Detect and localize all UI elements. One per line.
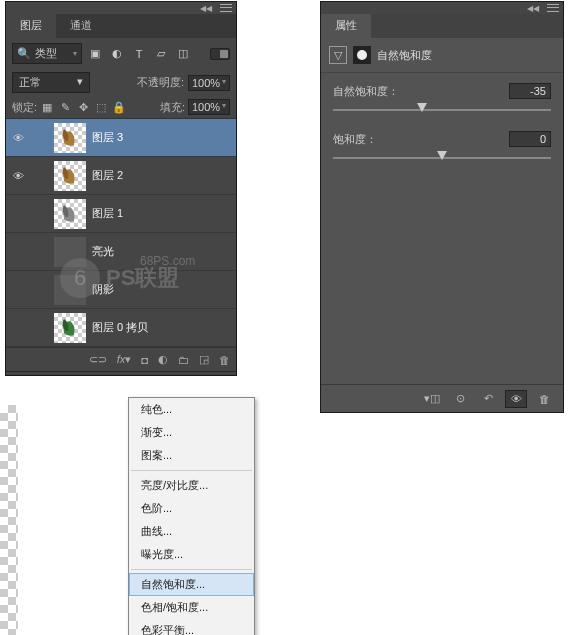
properties-header: ▽ 自然饱和度 <box>321 38 563 73</box>
vibrance-label: 自然饱和度： <box>333 84 399 99</box>
vibrance-slider[interactable] <box>333 103 551 117</box>
ctx-color-balance[interactable]: 色彩平衡... <box>129 619 254 635</box>
layer-thumbnail[interactable] <box>54 313 86 343</box>
lock-paint-icon[interactable]: ✎ <box>58 101 72 114</box>
group-icon[interactable]: 🗀 <box>178 354 189 366</box>
trash-icon[interactable]: 🗑 <box>219 354 230 366</box>
blend-opacity-row: 正常 ▾ 不透明度: 100% ▾ <box>6 69 236 96</box>
filter-smart-icon[interactable]: ◫ <box>174 46 192 62</box>
properties-panel: ◀◀ 属性 ▽ 自然饱和度 自然饱和度： -35 饱和度： 0 ▾◫ ⊙ ↶ <box>320 1 564 413</box>
tab-properties[interactable]: 属性 <box>321 14 371 38</box>
layer-thumbnail[interactable] <box>54 123 86 153</box>
new-layer-icon[interactable]: ◲ <box>199 353 209 366</box>
lock-icons: ▦ ✎ ✥ ⬚ 🔒 <box>40 101 126 114</box>
lock-position-icon[interactable]: ✥ <box>76 101 90 114</box>
layer-list: 👁 图层 3 👁 图层 2 图层 1 亮光 阴影 <box>6 119 236 347</box>
trash-icon[interactable]: 🗑 <box>533 390 555 408</box>
chevron-down-icon: ▾ <box>222 77 226 89</box>
reset-icon[interactable]: ↶ <box>477 390 499 408</box>
layer-thumbnail[interactable] <box>54 199 86 229</box>
ctx-separator <box>131 569 252 570</box>
saturation-slider[interactable] <box>333 151 551 165</box>
panel-menu-icon[interactable] <box>547 3 559 13</box>
layer-name: 图层 3 <box>92 130 123 145</box>
properties-title: 自然饱和度 <box>377 48 432 63</box>
clip-icon[interactable]: ▾◫ <box>421 390 443 408</box>
ctx-vibrance[interactable]: 自然饱和度... <box>129 573 254 596</box>
ctx-curves[interactable]: 曲线... <box>129 520 254 543</box>
layer-name: 图层 2 <box>92 168 123 183</box>
collapse-icon[interactable]: ◀◀ <box>527 4 539 13</box>
lock-transparency-icon[interactable]: ▦ <box>40 101 54 114</box>
layers-bottom-bar: ⊂⊃ fx▾ ◘ ◐ 🗀 ◲ 🗑 <box>6 347 236 371</box>
ctx-hue-saturation[interactable]: 色相/饱和度... <box>129 596 254 619</box>
layer-name: 阴影 <box>92 282 114 297</box>
opacity-input[interactable]: 100% ▾ <box>188 75 230 91</box>
layer-filter-row: 🔍 类型 ▾ ▣ ◐ T ▱ ◫ <box>6 38 236 69</box>
panel-resize-edge[interactable] <box>6 371 236 375</box>
chevron-down-icon: ▾ <box>222 101 226 113</box>
eye-icon[interactable]: 👁 <box>13 132 24 144</box>
blend-mode-dropdown[interactable]: 正常 ▾ <box>12 72 90 93</box>
ctx-brightness-contrast[interactable]: 亮度/对比度... <box>129 474 254 497</box>
saturation-value[interactable]: 0 <box>509 131 551 147</box>
panel-topbar: ◀◀ <box>321 2 563 14</box>
ctx-levels[interactable]: 色阶... <box>129 497 254 520</box>
layer-thumbnail[interactable] <box>54 161 86 191</box>
panel-topbar: ◀◀ <box>6 2 236 14</box>
filter-shape-icon[interactable]: ▱ <box>152 46 170 62</box>
filter-text-icon[interactable]: T <box>130 46 148 62</box>
tab-layers[interactable]: 图层 <box>6 14 56 38</box>
visibility-icon[interactable]: 👁 <box>505 390 527 408</box>
layer-row[interactable]: 👁 图层 3 <box>6 119 236 157</box>
layer-thumbnail[interactable] <box>54 275 86 305</box>
layer-row[interactable]: 👁 图层 2 <box>6 157 236 195</box>
layers-panel: ◀◀ 图层 通道 🔍 类型 ▾ ▣ ◐ T ▱ ◫ 正常 ▾ 不透明度: 100… <box>5 1 237 376</box>
link-layers-icon[interactable]: ⊂⊃ <box>89 353 107 366</box>
chevron-down-icon: ▾ <box>77 75 83 90</box>
layer-name: 图层 0 拷贝 <box>92 320 148 335</box>
filter-pixel-icon[interactable]: ▣ <box>86 46 104 62</box>
adjustment-context-menu: 纯色... 渐变... 图案... 亮度/对比度... 色阶... 曲线... … <box>128 397 255 635</box>
layer-row[interactable]: 亮光 <box>6 233 236 271</box>
fill-label: 填充: <box>160 100 185 115</box>
fill-input[interactable]: 100% ▾ <box>188 99 230 115</box>
layer-name: 亮光 <box>92 244 114 259</box>
lock-label: 锁定: <box>12 100 37 115</box>
saturation-group: 饱和度： 0 <box>321 121 563 169</box>
eye-icon[interactable]: 👁 <box>13 170 24 182</box>
collapse-icon[interactable]: ◀◀ <box>200 4 212 13</box>
mask-icon[interactable] <box>353 46 371 64</box>
ctx-gradient[interactable]: 渐变... <box>129 421 254 444</box>
lock-fill-row: 锁定: ▦ ✎ ✥ ⬚ 🔒 填充: 100% ▾ <box>6 96 236 119</box>
filter-type-label: 类型 <box>35 46 57 61</box>
filter-adjust-icon[interactable]: ◐ <box>108 46 126 62</box>
lock-all-icon[interactable]: 🔒 <box>112 101 126 114</box>
panel-menu-icon[interactable] <box>220 3 232 13</box>
ctx-separator <box>131 470 252 471</box>
vibrance-value[interactable]: -35 <box>509 83 551 99</box>
search-icon: 🔍 <box>17 47 31 60</box>
layer-row[interactable]: 阴影 <box>6 271 236 309</box>
adjustment-icon[interactable]: ◐ <box>158 353 168 366</box>
fill-value: 100% <box>192 101 220 113</box>
chevron-down-icon: ▾ <box>73 49 77 58</box>
adjustment-type-icon: ▽ <box>329 46 347 64</box>
opacity-value: 100% <box>192 77 220 89</box>
previous-icon[interactable]: ⊙ <box>449 390 471 408</box>
layer-thumbnail[interactable] <box>54 237 86 267</box>
layer-row[interactable]: 图层 1 <box>6 195 236 233</box>
layer-row[interactable]: 图层 0 拷贝 <box>6 309 236 347</box>
blend-mode-value: 正常 <box>19 75 41 90</box>
mask-icon[interactable]: ◘ <box>141 354 148 366</box>
ctx-solid-color[interactable]: 纯色... <box>129 398 254 421</box>
panel-tabs: 属性 <box>321 14 563 38</box>
lock-artboard-icon[interactable]: ⬚ <box>94 101 108 114</box>
tab-channels[interactable]: 通道 <box>56 14 106 38</box>
ctx-pattern[interactable]: 图案... <box>129 444 254 467</box>
properties-bottom-bar: ▾◫ ⊙ ↶ 👁 🗑 <box>321 384 563 412</box>
filter-toggle[interactable] <box>210 48 230 60</box>
ctx-exposure[interactable]: 曝光度... <box>129 543 254 566</box>
fx-icon[interactable]: fx▾ <box>117 353 132 366</box>
filter-type-dropdown[interactable]: 🔍 类型 ▾ <box>12 43 82 64</box>
